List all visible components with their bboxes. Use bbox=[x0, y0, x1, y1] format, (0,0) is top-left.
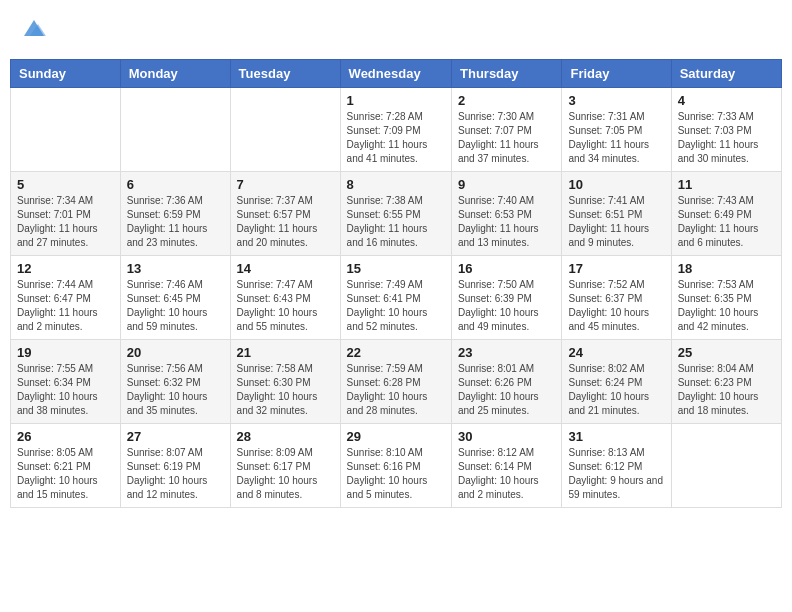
calendar-cell: 11Sunrise: 7:43 AMSunset: 6:49 PMDayligh… bbox=[671, 171, 781, 255]
calendar-week-4: 19Sunrise: 7:55 AMSunset: 6:34 PMDayligh… bbox=[11, 339, 782, 423]
day-info: Sunrise: 7:41 AMSunset: 6:51 PMDaylight:… bbox=[568, 194, 664, 250]
day-info: Sunrise: 7:37 AMSunset: 6:57 PMDaylight:… bbox=[237, 194, 334, 250]
day-info: Sunrise: 7:58 AMSunset: 6:30 PMDaylight:… bbox=[237, 362, 334, 418]
day-number: 26 bbox=[17, 429, 114, 444]
calendar-cell: 22Sunrise: 7:59 AMSunset: 6:28 PMDayligh… bbox=[340, 339, 451, 423]
day-number: 17 bbox=[568, 261, 664, 276]
day-number: 16 bbox=[458, 261, 555, 276]
calendar-cell: 6Sunrise: 7:36 AMSunset: 6:59 PMDaylight… bbox=[120, 171, 230, 255]
logo-icon bbox=[20, 14, 48, 42]
day-info: Sunrise: 8:01 AMSunset: 6:26 PMDaylight:… bbox=[458, 362, 555, 418]
calendar-cell: 29Sunrise: 8:10 AMSunset: 6:16 PMDayligh… bbox=[340, 423, 451, 507]
logo-text bbox=[18, 14, 48, 47]
day-info: Sunrise: 7:55 AMSunset: 6:34 PMDaylight:… bbox=[17, 362, 114, 418]
calendar-dow-saturday: Saturday bbox=[671, 59, 781, 87]
calendar-week-5: 26Sunrise: 8:05 AMSunset: 6:21 PMDayligh… bbox=[11, 423, 782, 507]
day-number: 28 bbox=[237, 429, 334, 444]
day-number: 10 bbox=[568, 177, 664, 192]
day-info: Sunrise: 8:13 AMSunset: 6:12 PMDaylight:… bbox=[568, 446, 664, 502]
day-number: 19 bbox=[17, 345, 114, 360]
calendar-week-3: 12Sunrise: 7:44 AMSunset: 6:47 PMDayligh… bbox=[11, 255, 782, 339]
day-number: 20 bbox=[127, 345, 224, 360]
calendar-cell bbox=[120, 87, 230, 171]
day-number: 29 bbox=[347, 429, 445, 444]
day-info: Sunrise: 7:28 AMSunset: 7:09 PMDaylight:… bbox=[347, 110, 445, 166]
day-number: 6 bbox=[127, 177, 224, 192]
calendar-cell: 2Sunrise: 7:30 AMSunset: 7:07 PMDaylight… bbox=[452, 87, 562, 171]
day-info: Sunrise: 7:52 AMSunset: 6:37 PMDaylight:… bbox=[568, 278, 664, 334]
day-number: 12 bbox=[17, 261, 114, 276]
day-number: 9 bbox=[458, 177, 555, 192]
calendar-cell: 26Sunrise: 8:05 AMSunset: 6:21 PMDayligh… bbox=[11, 423, 121, 507]
calendar-dow-tuesday: Tuesday bbox=[230, 59, 340, 87]
day-number: 14 bbox=[237, 261, 334, 276]
day-info: Sunrise: 7:33 AMSunset: 7:03 PMDaylight:… bbox=[678, 110, 775, 166]
calendar-dow-monday: Monday bbox=[120, 59, 230, 87]
day-info: Sunrise: 8:10 AMSunset: 6:16 PMDaylight:… bbox=[347, 446, 445, 502]
day-info: Sunrise: 8:04 AMSunset: 6:23 PMDaylight:… bbox=[678, 362, 775, 418]
day-number: 21 bbox=[237, 345, 334, 360]
day-info: Sunrise: 7:30 AMSunset: 7:07 PMDaylight:… bbox=[458, 110, 555, 166]
calendar-cell bbox=[671, 423, 781, 507]
day-number: 27 bbox=[127, 429, 224, 444]
calendar-dow-thursday: Thursday bbox=[452, 59, 562, 87]
calendar-dow-friday: Friday bbox=[562, 59, 671, 87]
day-info: Sunrise: 8:07 AMSunset: 6:19 PMDaylight:… bbox=[127, 446, 224, 502]
calendar-cell: 28Sunrise: 8:09 AMSunset: 6:17 PMDayligh… bbox=[230, 423, 340, 507]
day-info: Sunrise: 7:53 AMSunset: 6:35 PMDaylight:… bbox=[678, 278, 775, 334]
calendar-cell: 8Sunrise: 7:38 AMSunset: 6:55 PMDaylight… bbox=[340, 171, 451, 255]
calendar-dow-sunday: Sunday bbox=[11, 59, 121, 87]
day-number: 11 bbox=[678, 177, 775, 192]
day-number: 23 bbox=[458, 345, 555, 360]
day-info: Sunrise: 7:46 AMSunset: 6:45 PMDaylight:… bbox=[127, 278, 224, 334]
calendar-dow-wednesday: Wednesday bbox=[340, 59, 451, 87]
day-info: Sunrise: 7:56 AMSunset: 6:32 PMDaylight:… bbox=[127, 362, 224, 418]
calendar-header-row: SundayMondayTuesdayWednesdayThursdayFrid… bbox=[11, 59, 782, 87]
calendar-cell: 5Sunrise: 7:34 AMSunset: 7:01 PMDaylight… bbox=[11, 171, 121, 255]
day-number: 18 bbox=[678, 261, 775, 276]
logo bbox=[18, 14, 48, 47]
day-info: Sunrise: 8:09 AMSunset: 6:17 PMDaylight:… bbox=[237, 446, 334, 502]
calendar-cell: 21Sunrise: 7:58 AMSunset: 6:30 PMDayligh… bbox=[230, 339, 340, 423]
calendar-cell: 18Sunrise: 7:53 AMSunset: 6:35 PMDayligh… bbox=[671, 255, 781, 339]
calendar-cell: 24Sunrise: 8:02 AMSunset: 6:24 PMDayligh… bbox=[562, 339, 671, 423]
calendar-cell: 25Sunrise: 8:04 AMSunset: 6:23 PMDayligh… bbox=[671, 339, 781, 423]
day-number: 4 bbox=[678, 93, 775, 108]
calendar-cell bbox=[11, 87, 121, 171]
day-info: Sunrise: 7:50 AMSunset: 6:39 PMDaylight:… bbox=[458, 278, 555, 334]
calendar-cell: 27Sunrise: 8:07 AMSunset: 6:19 PMDayligh… bbox=[120, 423, 230, 507]
day-info: Sunrise: 7:49 AMSunset: 6:41 PMDaylight:… bbox=[347, 278, 445, 334]
calendar-cell: 4Sunrise: 7:33 AMSunset: 7:03 PMDaylight… bbox=[671, 87, 781, 171]
day-info: Sunrise: 8:12 AMSunset: 6:14 PMDaylight:… bbox=[458, 446, 555, 502]
calendar-cell: 16Sunrise: 7:50 AMSunset: 6:39 PMDayligh… bbox=[452, 255, 562, 339]
day-info: Sunrise: 7:43 AMSunset: 6:49 PMDaylight:… bbox=[678, 194, 775, 250]
day-info: Sunrise: 7:31 AMSunset: 7:05 PMDaylight:… bbox=[568, 110, 664, 166]
day-number: 8 bbox=[347, 177, 445, 192]
day-number: 2 bbox=[458, 93, 555, 108]
calendar-cell: 23Sunrise: 8:01 AMSunset: 6:26 PMDayligh… bbox=[452, 339, 562, 423]
day-info: Sunrise: 7:44 AMSunset: 6:47 PMDaylight:… bbox=[17, 278, 114, 334]
calendar-cell: 1Sunrise: 7:28 AMSunset: 7:09 PMDaylight… bbox=[340, 87, 451, 171]
day-info: Sunrise: 7:59 AMSunset: 6:28 PMDaylight:… bbox=[347, 362, 445, 418]
day-number: 13 bbox=[127, 261, 224, 276]
calendar-cell: 20Sunrise: 7:56 AMSunset: 6:32 PMDayligh… bbox=[120, 339, 230, 423]
day-number: 7 bbox=[237, 177, 334, 192]
day-number: 31 bbox=[568, 429, 664, 444]
calendar-cell: 15Sunrise: 7:49 AMSunset: 6:41 PMDayligh… bbox=[340, 255, 451, 339]
day-info: Sunrise: 7:38 AMSunset: 6:55 PMDaylight:… bbox=[347, 194, 445, 250]
day-number: 1 bbox=[347, 93, 445, 108]
day-info: Sunrise: 8:05 AMSunset: 6:21 PMDaylight:… bbox=[17, 446, 114, 502]
day-number: 22 bbox=[347, 345, 445, 360]
calendar-week-2: 5Sunrise: 7:34 AMSunset: 7:01 PMDaylight… bbox=[11, 171, 782, 255]
calendar-cell: 14Sunrise: 7:47 AMSunset: 6:43 PMDayligh… bbox=[230, 255, 340, 339]
calendar-cell: 9Sunrise: 7:40 AMSunset: 6:53 PMDaylight… bbox=[452, 171, 562, 255]
day-number: 15 bbox=[347, 261, 445, 276]
calendar-table: SundayMondayTuesdayWednesdayThursdayFrid… bbox=[10, 59, 782, 508]
calendar-cell: 12Sunrise: 7:44 AMSunset: 6:47 PMDayligh… bbox=[11, 255, 121, 339]
day-info: Sunrise: 7:40 AMSunset: 6:53 PMDaylight:… bbox=[458, 194, 555, 250]
calendar-cell: 30Sunrise: 8:12 AMSunset: 6:14 PMDayligh… bbox=[452, 423, 562, 507]
day-info: Sunrise: 7:47 AMSunset: 6:43 PMDaylight:… bbox=[237, 278, 334, 334]
day-info: Sunrise: 7:36 AMSunset: 6:59 PMDaylight:… bbox=[127, 194, 224, 250]
calendar-week-1: 1Sunrise: 7:28 AMSunset: 7:09 PMDaylight… bbox=[11, 87, 782, 171]
day-number: 24 bbox=[568, 345, 664, 360]
